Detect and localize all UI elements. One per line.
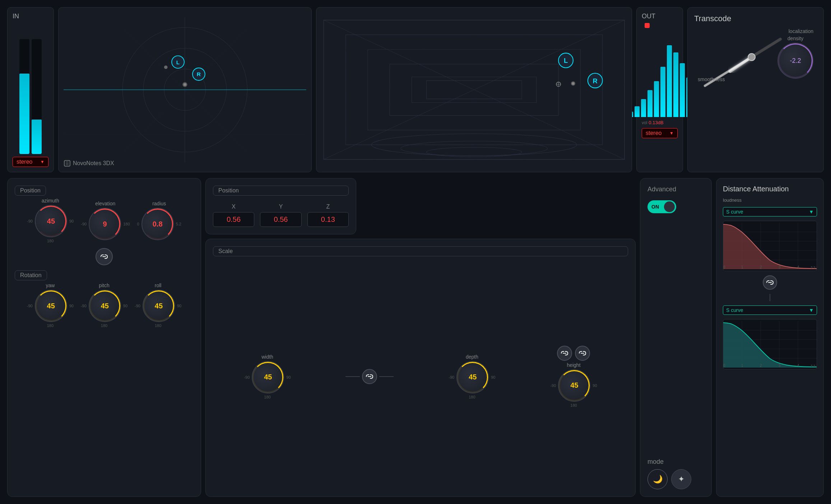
- perspective-panel: L R: [316, 7, 632, 172]
- position-rotation-panel: Position azimuth -90 45 90 1: [7, 178, 201, 497]
- pitch-max: 90: [123, 304, 127, 308]
- z-value: 0.13: [321, 215, 335, 223]
- input-meter-container: [13, 23, 48, 154]
- density-knob[interactable]: -2.2: [777, 43, 813, 79]
- link-button[interactable]: [96, 248, 113, 265]
- bottom-chart-area: 0 1 2 3 4 5 5.2: [723, 319, 817, 369]
- svg-point-67: [748, 53, 755, 61]
- x-field-group: X 0.56: [213, 204, 254, 227]
- depth-group: depth -90 45 90 180: [449, 354, 495, 399]
- charts-link-button[interactable]: [763, 275, 777, 290]
- out-bar-8: [673, 52, 678, 117]
- height-knob[interactable]: 45: [558, 369, 590, 402]
- input-format-dropdown[interactable]: stereo ▼: [13, 157, 48, 167]
- pitch-bottom: 180: [101, 323, 107, 328]
- svg-text:L: L: [564, 57, 568, 64]
- radius-group: radius 0 0.8 5.2: [137, 201, 181, 240]
- link-icon-3: [561, 351, 568, 356]
- height-link-row: [557, 346, 590, 361]
- svg-text:3: 3: [779, 364, 781, 368]
- input-bar-right-fill: [32, 120, 42, 154]
- scale-section-label: Scale: [213, 246, 628, 256]
- svg-text:R: R: [593, 77, 597, 85]
- pitch-group: pitch -90 45 90 180: [81, 283, 127, 328]
- position-knobs-row: azimuth -90 45 90 180 elev: [15, 198, 194, 243]
- height-link-button-2[interactable]: [575, 346, 590, 361]
- link-icon-4: [579, 351, 586, 356]
- svg-text:0: 0: [723, 265, 725, 269]
- advanced-toggle-row: ON: [647, 200, 704, 213]
- height-area: height -90 45 90 180: [550, 346, 597, 407]
- out-bar-5: [654, 81, 659, 117]
- svg-text:5 5.2: 5 5.2: [811, 266, 817, 269]
- advanced-toggle[interactable]: ON: [647, 200, 676, 213]
- top-view-svg: L R: [64, 13, 306, 167]
- charts-connector-line: [770, 294, 770, 301]
- density-knob-area: density -2.2: [777, 36, 813, 79]
- y-value: 0.56: [274, 215, 288, 223]
- bottom-chart-svg: 0 1 2 3 4 5 5.2: [723, 319, 817, 369]
- pitch-label: pitch: [99, 283, 110, 288]
- svg-text:3: 3: [779, 265, 781, 269]
- top-curve-dropdown[interactable]: S curve ▼: [723, 207, 817, 216]
- smoothness-label: smoothness: [698, 76, 725, 82]
- output-clip-indicator: [645, 23, 650, 28]
- charts-link-icon: [766, 280, 774, 285]
- xyz-fields-row: X 0.56 Y 0.56 Z 0.13: [213, 204, 349, 227]
- output-format-dropdown[interactable]: stereo ▼: [642, 128, 678, 138]
- vol-value: 0.13dB: [649, 120, 663, 125]
- xyz-section-label: Position: [213, 186, 349, 196]
- elevation-knob[interactable]: 9: [89, 208, 121, 240]
- azimuth-min: -90: [27, 219, 33, 223]
- rotation-section-label: Rotation: [15, 270, 47, 280]
- z-input[interactable]: 0.13: [307, 212, 349, 227]
- height-min: -90: [550, 383, 556, 388]
- radius-ring: [142, 209, 173, 239]
- out-bar-2: [635, 106, 640, 117]
- top-curve-arrow: ▼: [809, 209, 814, 215]
- svg-text:5 5.2: 5 5.2: [811, 364, 817, 368]
- height-bottom: 180: [570, 403, 577, 407]
- xyz-scale-column: Position X 0.56 Y 0.56: [205, 178, 636, 497]
- svg-text:R: R: [197, 71, 201, 77]
- depth-ring: [457, 362, 488, 393]
- width-group: width -90 45 90 180: [244, 354, 291, 399]
- pitch-knob-area: -90 45 90: [81, 290, 127, 322]
- svg-text:L: L: [176, 59, 180, 65]
- yaw-label: yaw: [46, 283, 55, 288]
- pitch-knob[interactable]: 45: [89, 290, 121, 322]
- depth-knob[interactable]: 45: [456, 361, 489, 393]
- bottom-curve-dropdown[interactable]: S curve ▼: [723, 305, 817, 315]
- yaw-knob[interactable]: 45: [35, 290, 67, 322]
- light-mode-button[interactable]: ✦: [671, 469, 691, 489]
- width-depth-link-button[interactable]: [362, 369, 377, 384]
- roll-knob[interactable]: 45: [143, 290, 175, 322]
- depth-label: depth: [466, 354, 478, 360]
- bottom-curve-label: S curve: [726, 307, 743, 313]
- svg-text:4: 4: [797, 265, 799, 269]
- x-label: X: [232, 204, 236, 210]
- output-label: OUT: [642, 13, 655, 20]
- link-button-area: [15, 248, 194, 265]
- light-mode-icon: ✦: [678, 475, 684, 484]
- azimuth-knob[interactable]: 45: [35, 205, 67, 237]
- radius-label: radius: [152, 201, 166, 206]
- width-knob-area: -90 45 90: [244, 361, 291, 393]
- x-value: 0.56: [227, 215, 241, 223]
- width-knob[interactable]: 45: [252, 361, 284, 393]
- link-line-left: [345, 376, 360, 377]
- link-line-right: [379, 376, 394, 377]
- novonotes-text: NovoNotes 3DX: [73, 160, 114, 167]
- height-link-button[interactable]: [557, 346, 572, 361]
- roll-min: -90: [135, 304, 140, 308]
- azimuth-label: azimuth: [42, 198, 59, 204]
- radius-knob[interactable]: 0.8: [141, 208, 174, 240]
- y-input[interactable]: 0.56: [260, 212, 301, 227]
- x-input[interactable]: 0.56: [213, 212, 254, 227]
- width-max: 90: [286, 375, 291, 379]
- elevation-group: elevation -90 9 180: [81, 201, 130, 240]
- yaw-max: 90: [69, 304, 74, 308]
- dark-mode-button[interactable]: 🌙: [647, 469, 668, 489]
- position-section-label: Position: [15, 186, 46, 196]
- depth-knob-area: -90 45 90: [449, 361, 495, 393]
